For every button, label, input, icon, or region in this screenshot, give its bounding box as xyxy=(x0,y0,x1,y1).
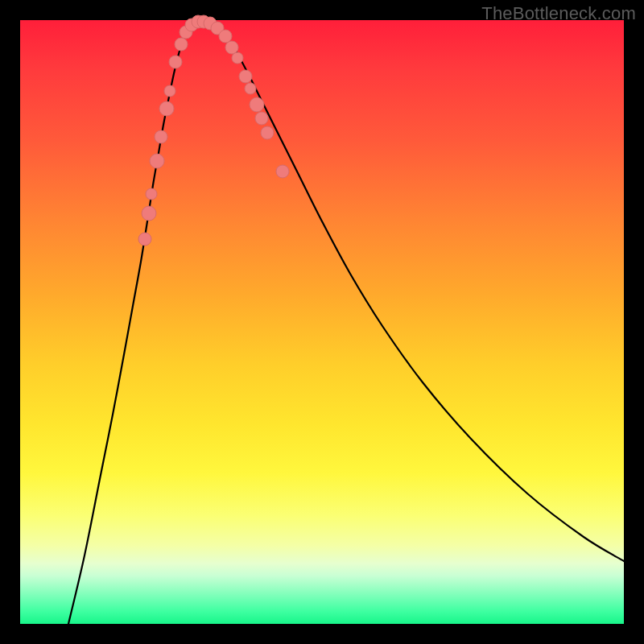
highlight-dots xyxy=(138,15,289,246)
dot xyxy=(250,97,264,112)
dot xyxy=(146,188,157,200)
dot xyxy=(232,52,243,64)
dot xyxy=(255,112,268,125)
dot xyxy=(276,165,289,178)
dot xyxy=(169,56,182,68)
dot xyxy=(159,101,174,116)
dot xyxy=(219,30,232,43)
watermark-label: TheBottleneck.com xyxy=(481,3,636,24)
dot xyxy=(142,206,156,221)
dot xyxy=(239,70,252,83)
dot xyxy=(138,233,151,246)
plot-area xyxy=(20,20,624,624)
dot xyxy=(175,38,188,51)
dot xyxy=(261,126,274,139)
dot xyxy=(245,83,256,94)
curve-layer xyxy=(20,20,624,624)
chart-frame: TheBottleneck.com xyxy=(0,0,644,644)
dot xyxy=(164,85,175,97)
dot xyxy=(225,41,238,54)
dot xyxy=(155,130,167,143)
dot xyxy=(150,154,164,168)
v-curve xyxy=(68,21,624,624)
